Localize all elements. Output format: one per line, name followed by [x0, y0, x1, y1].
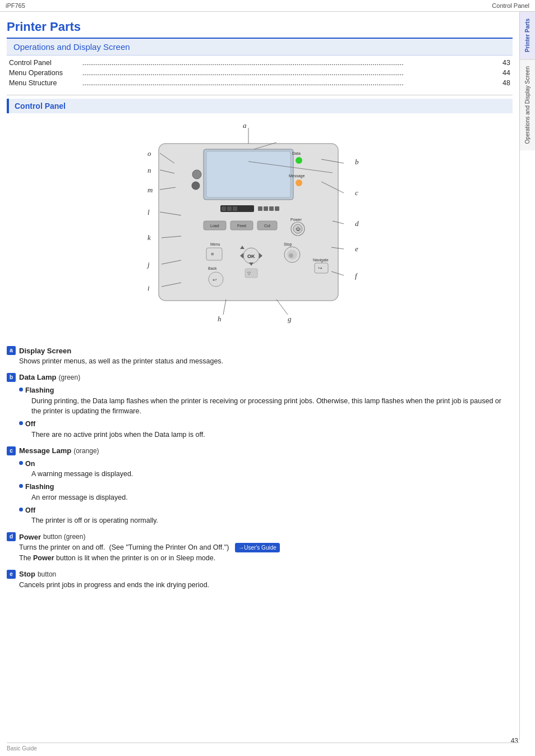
page-header: iPF765 Control Panel	[0, 0, 535, 12]
svg-rect-15	[269, 206, 274, 211]
bullet-dot-3	[19, 461, 23, 465]
toc-table: Control Panel ..........................…	[7, 58, 513, 88]
toc-row: Control Panel ..........................…	[7, 58, 513, 68]
desc-letter-a: a	[7, 346, 16, 355]
label-b: b	[355, 158, 359, 167]
bullet-dot-4	[19, 484, 23, 488]
page-title: Printer Parts	[7, 12, 513, 39]
bullet-off-2: Off The printer is off or is operating n…	[19, 505, 513, 527]
desc-e-label: e Stop button	[7, 570, 56, 579]
section-header-cp: Control Panel	[7, 99, 513, 113]
svg-text:↪: ↪	[318, 265, 322, 271]
desc-b-label: b Data Lamp (green)	[7, 373, 80, 382]
section-header-ops: Operations and Display Screen	[7, 39, 513, 56]
label-h: h	[218, 315, 222, 324]
desc-a-title: Display Screen	[19, 347, 71, 355]
footer-text: Basic Guide	[7, 745, 37, 752]
bullet-text-off-1: Off	[25, 419, 35, 430]
main-content: Printer Parts Operations and Display Scr…	[0, 12, 519, 607]
svg-text:Cut: Cut	[264, 224, 270, 228]
svg-rect-14	[264, 206, 268, 211]
bullet-desc-off-2: The printer is off or is operating norma…	[31, 515, 513, 526]
panel-svg: Data Message Load F	[147, 132, 349, 312]
desc-letter-c: c	[7, 446, 16, 455]
svg-text:↩: ↩	[213, 277, 217, 283]
toc-label: Menu Structure	[7, 78, 80, 88]
label-g: g	[288, 315, 292, 324]
label-f: f	[355, 271, 357, 280]
desc-e: e Stop button Cancels print jobs in prog…	[7, 569, 513, 591]
bullet-desc-on: A warning message is displayed.	[31, 469, 513, 480]
desc-letter-d: d	[7, 532, 16, 541]
toc-page: 43	[490, 58, 513, 68]
svg-text:OK: OK	[247, 253, 255, 259]
desc-b-title: Data Lamp	[19, 373, 56, 381]
sidebar-tab-printer-parts: Printer Parts	[520, 11, 535, 59]
right-sidebar: Printer Parts Operations and Display Scr…	[519, 11, 535, 740]
desc-e-paren: button	[38, 570, 56, 578]
desc-c-title: Message Lamp	[19, 446, 71, 455]
svg-point-8	[192, 182, 200, 190]
toc-label: Menu Operations	[7, 68, 80, 78]
bullet-dot-2	[19, 421, 23, 425]
svg-text:Stop: Stop	[284, 242, 292, 247]
label-c: c	[355, 188, 358, 197]
svg-rect-16	[275, 206, 279, 211]
toc-row: Menu Structure .........................…	[7, 78, 513, 88]
svg-rect-11	[227, 206, 232, 211]
svg-text:Back: Back	[208, 266, 217, 270]
desc-d-body: Turns the printer on and off. (See "Turn…	[19, 542, 513, 564]
svg-point-3	[296, 157, 302, 164]
svg-text:⏻: ⏻	[296, 227, 301, 232]
bullet-desc-off-1: There are no active print jobs when the …	[31, 430, 513, 440]
bullet-text-flashing-1: Flashing	[25, 385, 54, 396]
diagram-area: a b c d e f g h i j k l m n	[7, 121, 513, 334]
desc-a-label: a Display Screen	[7, 346, 71, 355]
svg-text:Power: Power	[290, 218, 302, 222]
svg-rect-12	[233, 206, 237, 211]
header-right: Control Panel	[492, 2, 529, 9]
desc-letter-e: e	[7, 570, 16, 579]
svg-rect-10	[222, 206, 226, 211]
svg-rect-13	[258, 206, 262, 211]
svg-point-5	[296, 179, 302, 186]
desc-c-body: On A warning message is displayed. Flash…	[19, 459, 513, 527]
svg-text:≡: ≡	[211, 251, 214, 257]
desc-c: c Message Lamp (orange) On A warning mes…	[7, 446, 513, 527]
desc-e-title: Stop	[19, 570, 35, 578]
desc-d-paren: button (green)	[43, 533, 85, 541]
label-d: d	[355, 219, 359, 228]
desc-a: a Display Screen Shows printer menus, as…	[7, 345, 513, 367]
svg-text:◎: ◎	[289, 252, 293, 258]
desc-d-label: d Power button (green)	[7, 532, 85, 541]
desc-b-body: Flashing During printing, the Data lamp …	[19, 385, 513, 440]
bullet-on-1: On A warning message is displayed.	[19, 459, 513, 480]
toc-page: 48	[490, 78, 513, 88]
toc-dots: ........................................…	[80, 68, 490, 78]
bullet-text-on: On	[25, 459, 35, 469]
desc-d-title: Power	[19, 533, 41, 541]
footer: Basic Guide	[7, 743, 519, 752]
svg-point-7	[192, 170, 201, 179]
power-bold: Power	[33, 554, 54, 562]
toc-dots: ........................................…	[80, 78, 490, 88]
label-e: e	[355, 245, 358, 253]
cp-diagram: a b c d e f g h i j k l m n	[114, 121, 405, 334]
desc-a-body: Shows printer menus, as well as the prin…	[19, 356, 513, 367]
desc-b-paren: (green)	[58, 374, 80, 381]
desc-c-label: c Message Lamp (orange)	[7, 446, 99, 455]
desc-d: d Power button (green) Turns the printer…	[7, 532, 513, 564]
svg-rect-28	[206, 248, 222, 260]
svg-text:Load: Load	[210, 224, 219, 228]
bullet-text-off-2: Off	[25, 505, 35, 516]
bullet-flashing-1: Flashing During printing, the Data lamp …	[19, 385, 513, 417]
bullet-dot-5	[19, 508, 23, 511]
bullet-desc-flashing-1: During printing, the Data lamp flashes w…	[31, 396, 513, 417]
svg-text:Navigate: Navigate	[313, 258, 329, 262]
bullet-flashing-2: Flashing An error message is displayed.	[19, 482, 513, 503]
toc-dots: ........................................…	[80, 58, 490, 68]
desc-letter-b: b	[7, 373, 16, 382]
svg-text:Data: Data	[292, 151, 301, 155]
toc-label: Control Panel	[7, 58, 80, 68]
bullet-text-flashing-2: Flashing	[25, 482, 54, 492]
